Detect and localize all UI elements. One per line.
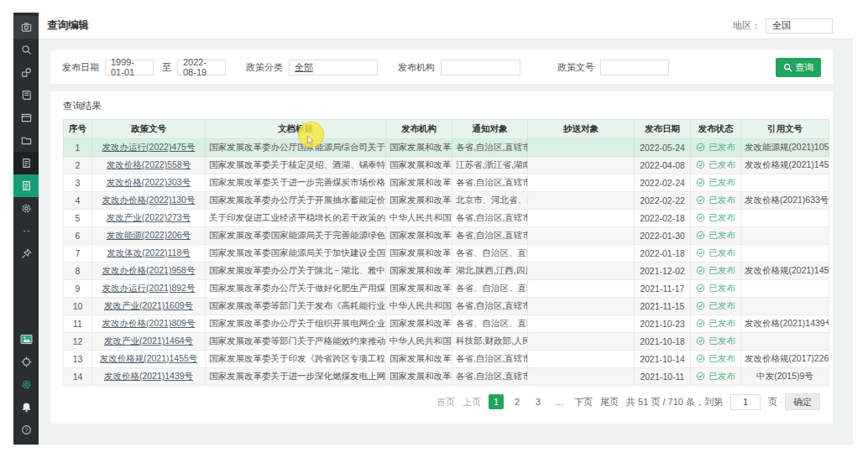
- screenshot-icon[interactable]: [13, 16, 39, 39]
- table-row[interactable]: 1发改办运行(2022)475号国家发展改革委办公厅国家能源局综合司关于进一步推…: [64, 139, 829, 157]
- table-row[interactable]: 5发改产业(2022)273号关于印发促进工业经济平稳增长的若干政策的通知中华人…: [64, 210, 829, 227]
- page-number-3[interactable]: 3: [531, 394, 546, 409]
- status-badge: 已发布: [696, 336, 735, 347]
- jump-to-page-input[interactable]: [730, 394, 761, 410]
- target-icon[interactable]: [13, 351, 39, 373]
- category-label: 政策分类: [246, 61, 283, 74]
- folder-icon[interactable]: [13, 129, 39, 152]
- policy-doc-link[interactable]: 发改办价格(2022)130号: [102, 195, 196, 205]
- first-page-button[interactable]: 首页: [437, 396, 455, 408]
- prev-page-button[interactable]: 上页: [463, 396, 481, 408]
- cell-doc-no: 发改办价格(2022)130号: [92, 192, 206, 210]
- status-label: 已发布: [709, 212, 735, 224]
- region-input[interactable]: 全国: [766, 18, 833, 34]
- pin-icon[interactable]: [13, 242, 39, 265]
- table-row[interactable]: 9发改办运行(2021)892号国家发展改革委办公厅关于做好化肥生产用煤用电用气…: [64, 280, 829, 298]
- cell-title: 国家发展改革委关于进一步完善煤炭市场价格形成机制的通知: [206, 174, 386, 192]
- cell-agency: 国家发展和改革委员会: [386, 174, 452, 192]
- cell-doc-no: 发改价格规(2021)1455号: [92, 351, 206, 368]
- plugin-icon[interactable]: [13, 61, 39, 84]
- cell-publish-date: 2021-10-23: [635, 315, 691, 333]
- settings-icon[interactable]: [13, 197, 39, 220]
- policy-doc-link[interactable]: 发改办价格(2021)809号: [102, 318, 196, 328]
- status-label: 已发布: [709, 300, 735, 312]
- status-label: 已发布: [709, 353, 735, 365]
- policy-doc-link[interactable]: 发改价格(2021)1439号: [104, 371, 193, 381]
- cell-publish-status: 已发布: [691, 368, 741, 386]
- policy-doc-link[interactable]: 发改价格(2022)303号: [107, 177, 191, 187]
- search-icon[interactable]: [13, 39, 39, 61]
- policy-doc-link[interactable]: 发改产业(2021)1464号: [104, 336, 193, 346]
- filter-bar: 发布日期 1999-01-01 至 2022-08-19 政策分类 全部 发布机…: [50, 50, 833, 84]
- cell-ref-no: 发改价格规(2017)2269号;中发: [741, 351, 829, 368]
- cell-notify-target: 各省,自治区,直辖市及计划: [452, 174, 528, 192]
- table-row[interactable]: 4发改办价格(2022)130号国家发展改革委办公厅关于开展抽水蓄能定价成本监审…: [64, 192, 829, 210]
- policy-doc-link[interactable]: 发改能源(2022)206号: [107, 230, 191, 240]
- cell-ref-no: [741, 210, 829, 227]
- cell-doc-no: 发改产业(2021)1609号: [92, 298, 206, 315]
- cell-title: 国家发展改革委关于进一步深化燃煤发电上网电价市场化改革: [206, 368, 386, 386]
- policy-doc-link[interactable]: 发改办价格(2021)958号: [102, 265, 196, 275]
- table-row[interactable]: 10发改产业(2021)1609号国家发展改革委等部门关于发布《高耗能行业重点领…: [64, 298, 829, 315]
- status-label: 已发布: [709, 142, 735, 153]
- cell-doc-no: 发改价格(2021)1439号: [92, 368, 206, 386]
- pagination: 首页 上页 123... 下页 尾页 共 51 页 / 710 条，到第 页 确…: [63, 393, 820, 410]
- category-select[interactable]: 全部: [289, 60, 378, 75]
- book-icon[interactable]: [13, 84, 39, 107]
- policy-doc-link[interactable]: 发改价格规(2021)1455号: [100, 353, 198, 363]
- cell-publish-date: 2021-10-11: [635, 368, 691, 386]
- docno-input[interactable]: [600, 60, 669, 75]
- cell-publish-date: 2022-05-24: [635, 139, 691, 157]
- page-number-1[interactable]: 1: [489, 394, 504, 409]
- bell-icon[interactable]: [13, 396, 39, 419]
- cell-seq: 5: [64, 210, 92, 227]
- policy-doc-link[interactable]: 发改产业(2021)1609号: [104, 300, 193, 310]
- results-card: 查询结果 序号政策文号文档标题发布机构通知对象抄送对象发布日期发布状态引用文号 …: [50, 91, 833, 424]
- policy-doc-link[interactable]: 发改产业(2022)273号: [107, 212, 191, 222]
- cell-publish-status: 已发布: [691, 174, 741, 192]
- policy-doc-link[interactable]: 发改价格(2022)558号: [107, 159, 191, 169]
- cell-ref-no: [741, 227, 829, 245]
- page-number-2[interactable]: 2: [510, 394, 525, 409]
- table-row[interactable]: 11发改办价格(2021)809号国家发展改革委办公厅关于组织开展电网企业代理购…: [64, 315, 829, 333]
- table-row[interactable]: 8发改办价格(2021)958号国家发展改革委办公厅关于陕北－湖北、雅中－江西特…: [64, 263, 829, 280]
- table-row[interactable]: 3发改价格(2022)303号国家发展改革委关于进一步完善煤炭市场价格形成机制的…: [64, 174, 829, 192]
- table-row[interactable]: 6发改能源(2022)206号国家发展改革委国家能源局关于完善能源绿色低碳转型体…: [64, 227, 829, 245]
- cell-cc-target: [528, 351, 635, 368]
- help-icon[interactable]: ?: [13, 419, 39, 441]
- status-badge: 已发布: [696, 318, 735, 330]
- image-icon[interactable]: [13, 328, 39, 351]
- agency-input[interactable]: [441, 60, 520, 75]
- document-icon[interactable]: [13, 152, 39, 174]
- policy-doc-link[interactable]: 发改办运行(2021)892号: [102, 283, 196, 293]
- cell-notify-target: 各省、自治区、直辖市人: [452, 245, 528, 263]
- table-row[interactable]: 14发改价格(2021)1439号国家发展改革委关于进一步深化燃煤发电上网电价市…: [64, 368, 829, 386]
- table-row[interactable]: 2发改价格(2022)558号国家发展改革委关于核定灵绍、酒湖、锡泰特高压直流工…: [64, 157, 829, 174]
- search-button[interactable]: 查询: [776, 58, 821, 77]
- column-header: 抄送对象: [528, 120, 635, 139]
- policy-doc-link[interactable]: 发改办运行(2022)475号: [102, 142, 196, 152]
- table-row[interactable]: 7发改体改(2022)118号国家发展改革委国家能源局关于加快建设全国统一电力市…: [64, 245, 829, 263]
- table-row[interactable]: 13发改价格规(2021)1455号国家发展改革委关于印发《跨省跨区专项工程输电…: [64, 351, 829, 368]
- table-row[interactable]: 12发改产业(2021)1464号国家发展改革委等部门关于严格能效约束推动重点领…: [64, 333, 829, 351]
- cell-publish-status: 已发布: [691, 263, 741, 280]
- policy-doc-link[interactable]: 发改体改(2022)118号: [107, 247, 191, 258]
- cell-title: 国家发展改革委国家能源局关于加快建设全国统一电力市场体: [206, 245, 386, 263]
- app-window: ? 查询编辑 地区： 全国 发布日期 1999-01-01 至 2022-08-…: [13, 13, 853, 445]
- next-page-button[interactable]: 下页: [574, 396, 593, 408]
- gear-icon[interactable]: [13, 373, 39, 396]
- date-from-input[interactable]: 1999-01-01: [105, 60, 154, 75]
- cell-agency: 国家发展和改革委员会: [386, 368, 452, 386]
- confirm-button[interactable]: 确定: [785, 393, 820, 410]
- cell-seq: 7: [64, 245, 92, 263]
- cell-title: 国家发展改革委关于印发《跨省跨区专项工程输电价格定价办: [206, 351, 386, 368]
- cell-doc-no: 发改办运行(2022)475号: [92, 139, 206, 157]
- window-icon[interactable]: [13, 107, 39, 129]
- ellipsis-icon[interactable]: [13, 220, 39, 242]
- cell-agency: 国家发展和改革委员会: [386, 280, 452, 298]
- date-to-input[interactable]: 2022-08-19: [177, 60, 226, 75]
- column-header: 政策文号: [92, 120, 206, 139]
- document-query-icon[interactable]: [13, 174, 39, 197]
- cell-seq: 8: [64, 263, 92, 280]
- last-page-button[interactable]: 尾页: [600, 396, 619, 408]
